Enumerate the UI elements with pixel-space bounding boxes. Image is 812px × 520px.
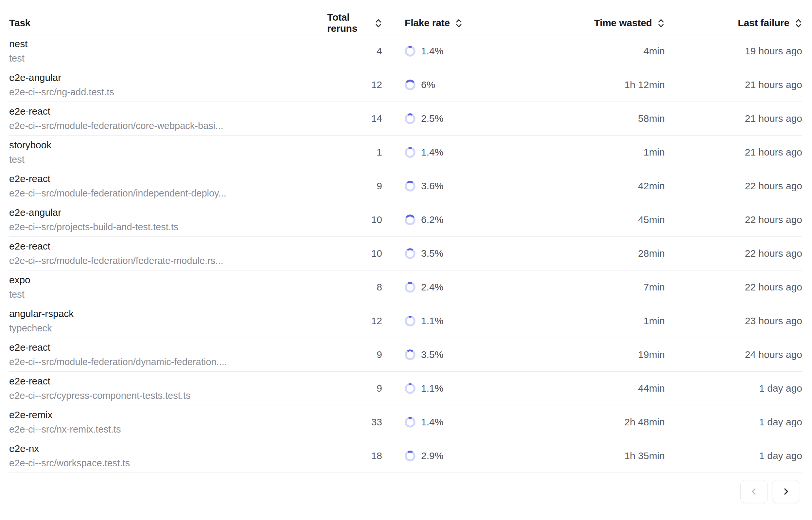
total-reruns-value: 18: [327, 450, 382, 461]
next-page-button[interactable]: [772, 480, 799, 503]
flake-rate-cell: 2.5%: [382, 113, 550, 124]
task-target: e2e-ci--src/module-federation/core-webpa…: [9, 119, 327, 133]
flake-rate-donut-icon: [405, 181, 416, 191]
flake-rate-donut-icon: [405, 316, 416, 327]
total-reruns-value: 9: [327, 180, 382, 191]
time-wasted-value: 4min: [550, 46, 665, 57]
table-row[interactable]: e2e-react e2e-ci--src/module-federation/…: [9, 102, 802, 135]
time-wasted-value: 44min: [550, 383, 665, 394]
task-name: e2e-react: [9, 171, 327, 186]
column-header-last-failure[interactable]: Last failure: [665, 17, 802, 29]
time-wasted-value: 1min: [550, 315, 665, 327]
column-header-time-wasted[interactable]: Time wasted: [550, 17, 665, 29]
task-name: nest: [9, 36, 327, 51]
flake-rate-cell: 1.1%: [382, 315, 550, 327]
column-header-total-reruns[interactable]: Total reruns: [327, 12, 382, 34]
task-name: e2e-angular: [9, 205, 327, 220]
table-row[interactable]: nest test 4 1.4% 4min 19 hours ago: [9, 34, 802, 68]
sort-chevrons-icon[interactable]: [657, 18, 665, 29]
table-row[interactable]: e2e-angular e2e-ci--src/projects-build-a…: [9, 203, 802, 237]
chevron-left-icon: [750, 487, 759, 496]
task-name: expo: [9, 272, 327, 287]
task-cell: e2e-react e2e-ci--src/module-federation/…: [9, 104, 327, 133]
table-row[interactable]: e2e-angular e2e-ci--src/ng-add.test.ts 1…: [9, 68, 802, 102]
table-row[interactable]: expo test 8 2.4% 7min 22 hours ago: [9, 270, 802, 304]
flake-rate-cell: 1.4%: [382, 46, 550, 57]
flake-rate-value: 1.4%: [421, 147, 443, 158]
total-reruns-value: 12: [327, 79, 382, 90]
table-row[interactable]: e2e-react e2e-ci--src/module-federation/…: [9, 338, 802, 372]
task-target: e2e-ci--src/ng-add.test.ts: [9, 85, 327, 100]
flake-rate-donut-icon: [405, 450, 416, 461]
task-cell: e2e-react e2e-ci--src/module-federation/…: [9, 239, 327, 268]
flake-rate-cell: 6%: [382, 79, 550, 90]
task-cell: e2e-react e2e-ci--src/module-federation/…: [9, 171, 327, 201]
flake-rate-cell: 2.9%: [382, 450, 550, 461]
sort-chevrons-icon[interactable]: [374, 18, 382, 29]
table-row[interactable]: storybook test 1 1.4% 1min 21 hours ago: [9, 135, 802, 169]
last-failure-value: 23 hours ago: [665, 315, 802, 327]
task-target: test: [9, 152, 327, 167]
flake-rate-cell: 1.4%: [382, 417, 550, 428]
last-failure-value: 22 hours ago: [665, 282, 802, 293]
column-header-task: Task: [9, 17, 327, 28]
flake-rate-cell: 6.2%: [382, 214, 550, 225]
task-target: test: [9, 287, 327, 302]
column-label: Time wasted: [594, 17, 652, 28]
column-header-flake-rate[interactable]: Flake rate: [382, 17, 550, 29]
chevron-right-icon: [781, 487, 790, 496]
last-failure-value: 24 hours ago: [665, 349, 802, 360]
flake-rate-value: 2.5%: [421, 113, 443, 124]
table-header: Task Total reruns Flake rate Time wasted…: [9, 0, 802, 34]
table-row[interactable]: e2e-remix e2e-ci--src/nx-remix.test.ts 3…: [9, 406, 802, 439]
last-failure-value: 22 hours ago: [665, 214, 802, 225]
flake-rate-donut-icon: [405, 383, 416, 394]
flaky-tasks-page: Task Total reruns Flake rate Time wasted…: [0, 0, 812, 520]
flake-rate-donut-icon: [405, 80, 416, 90]
task-target: e2e-ci--src/nx-remix.test.ts: [9, 422, 327, 437]
flake-rate-donut-icon: [405, 349, 416, 360]
flake-rate-donut-icon: [405, 46, 416, 57]
time-wasted-value: 1h 35min: [550, 450, 665, 461]
column-label: Total reruns: [327, 12, 369, 34]
previous-page-button[interactable]: [740, 480, 767, 503]
total-reruns-value: 12: [327, 315, 382, 327]
column-label: Last failure: [738, 17, 789, 28]
task-cell: angular-rspack typecheck: [9, 306, 327, 336]
task-target: test: [9, 51, 327, 66]
flake-rate-value: 2.9%: [421, 450, 443, 461]
table-row[interactable]: e2e-react e2e-ci--src/module-federation/…: [9, 169, 802, 203]
time-wasted-value: 45min: [550, 214, 665, 225]
last-failure-value: 1 day ago: [665, 450, 802, 461]
flake-rate-value: 1.4%: [421, 46, 443, 57]
flake-rate-value: 3.5%: [421, 349, 443, 360]
last-failure-value: 21 hours ago: [665, 113, 802, 124]
time-wasted-value: 7min: [550, 282, 665, 293]
sort-chevrons-icon[interactable]: [455, 18, 463, 29]
total-reruns-value: 9: [327, 349, 382, 360]
flake-rate-cell: 1.1%: [382, 383, 550, 394]
sort-chevrons-icon[interactable]: [795, 18, 802, 29]
task-cell: e2e-angular e2e-ci--src/ng-add.test.ts: [9, 70, 327, 100]
flake-rate-value: 1.1%: [421, 383, 443, 394]
flake-rate-cell: 1.4%: [382, 147, 550, 158]
flake-rate-cell: 3.5%: [382, 248, 550, 259]
table-row[interactable]: e2e-react e2e-ci--src/cypress-component-…: [9, 372, 802, 406]
task-name: e2e-react: [9, 374, 327, 388]
last-failure-value: 1 day ago: [665, 383, 802, 394]
task-name: e2e-nx: [9, 441, 327, 456]
flake-rate-value: 2.4%: [421, 282, 443, 293]
task-target: e2e-ci--src/workspace.test.ts: [9, 456, 327, 471]
task-target: e2e-ci--src/module-federation/independen…: [9, 186, 327, 201]
task-name: e2e-react: [9, 104, 327, 119]
table-row[interactable]: angular-rspack typecheck 12 1.1% 1min 23…: [9, 304, 802, 338]
table-row[interactable]: e2e-nx e2e-ci--src/workspace.test.ts 18 …: [9, 439, 802, 473]
time-wasted-value: 2h 48min: [550, 417, 665, 428]
time-wasted-value: 42min: [550, 180, 665, 191]
flake-rate-donut-icon: [405, 113, 416, 124]
flake-rate-cell: 2.4%: [382, 282, 550, 293]
flake-rate-value: 1.4%: [421, 417, 443, 428]
task-name: e2e-react: [9, 239, 327, 254]
table-row[interactable]: e2e-react e2e-ci--src/module-federation/…: [9, 237, 802, 270]
task-name: e2e-angular: [9, 70, 327, 85]
